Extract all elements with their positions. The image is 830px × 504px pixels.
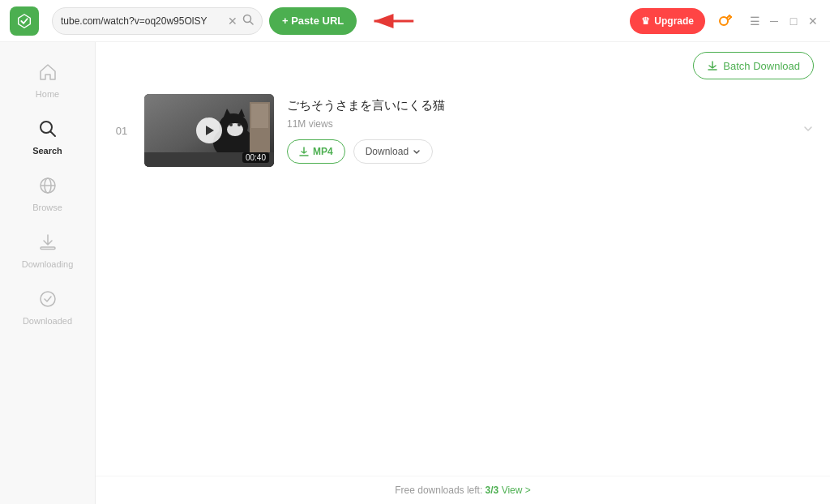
- arrow-indicator: [368, 10, 417, 32]
- svg-line-7: [729, 17, 731, 19]
- footer-text: Free downloads left:: [395, 485, 485, 496]
- upgrade-label: Upgrade: [654, 15, 694, 27]
- downloading-icon: [37, 232, 58, 256]
- sidebar-item-downloaded[interactable]: Downloaded: [0, 277, 95, 334]
- home-icon: [37, 62, 58, 86]
- sidebar-item-browse[interactable]: Browse: [0, 164, 95, 220]
- upgrade-crown-icon: ♛: [641, 15, 650, 27]
- mp4-button[interactable]: MP4: [287, 139, 345, 164]
- footer: Free downloads left: 3/3 View >: [96, 476, 830, 504]
- downloaded-label: Downloaded: [23, 316, 72, 326]
- url-text: tube.com/watch?v=oq20w95OlSY: [61, 15, 223, 27]
- svg-rect-25: [251, 104, 268, 128]
- download-label: Download: [366, 146, 409, 157]
- sidebar-item-search[interactable]: Search: [0, 107, 95, 164]
- title-bar: tube.com/watch?v=oq20w95OlSY ✕ + Paste U…: [0, 0, 830, 42]
- paste-url-label: + Paste URL: [282, 15, 344, 27]
- video-list: 01: [96, 86, 830, 476]
- sidebar-item-home[interactable]: Home: [0, 50, 95, 107]
- table-row: 01: [112, 86, 814, 175]
- candy-icon[interactable]: [713, 11, 734, 32]
- upgrade-button[interactable]: ♛ Upgrade: [630, 8, 705, 34]
- batch-download-label: Batch Download: [723, 60, 800, 72]
- sidebar: Home Search Browse: [0, 42, 96, 504]
- download-button[interactable]: Download: [353, 139, 433, 164]
- menu-button[interactable]: ☰: [747, 14, 762, 28]
- sidebar-item-downloading[interactable]: Downloading: [0, 220, 95, 277]
- paste-url-button[interactable]: + Paste URL: [269, 7, 357, 35]
- url-search-icon[interactable]: [242, 14, 254, 28]
- video-views: 11M views: [287, 118, 814, 130]
- video-number: 01: [112, 125, 131, 137]
- video-thumbnail[interactable]: 00:40: [144, 94, 274, 167]
- svg-point-22: [229, 123, 233, 126]
- video-actions: MP4 Download: [287, 139, 814, 164]
- app-logo: [10, 6, 39, 36]
- batch-download-button[interactable]: Batch Download: [693, 52, 814, 79]
- svg-point-21: [227, 123, 243, 136]
- downloaded-icon: [37, 288, 58, 313]
- play-button[interactable]: [196, 117, 222, 143]
- svg-line-1: [250, 22, 254, 25]
- url-bar[interactable]: tube.com/watch?v=oq20w95OlSY ✕: [52, 7, 263, 35]
- minimize-button[interactable]: ─: [767, 14, 781, 28]
- logo-icon: [10, 6, 39, 36]
- browse-icon: [37, 175, 58, 199]
- content-area: Batch Download 01: [96, 42, 830, 504]
- video-duration: 00:40: [242, 152, 269, 163]
- downloading-label: Downloading: [22, 259, 74, 269]
- url-clear-icon[interactable]: ✕: [228, 15, 237, 28]
- svg-point-23: [237, 123, 241, 126]
- content-toolbar: Batch Download: [96, 42, 830, 86]
- video-title: ごちそうさまを言いにくる猫: [287, 98, 814, 113]
- video-info: ごちそうさまを言いにくる猫 11M views MP4 Download: [287, 98, 814, 164]
- search-label: Search: [32, 146, 62, 156]
- maximize-button[interactable]: □: [786, 14, 801, 28]
- main-area: Home Search Browse: [0, 42, 830, 504]
- svg-rect-13: [41, 247, 55, 250]
- title-bar-right: ♛ Upgrade ☰ ─ □ ✕: [630, 8, 820, 34]
- close-button[interactable]: ✕: [806, 14, 820, 28]
- footer-view-link[interactable]: View >: [502, 485, 531, 496]
- search-icon: [37, 118, 58, 143]
- footer-count: 3/3: [486, 485, 499, 496]
- window-controls: ☰ ─ □ ✕: [747, 14, 820, 28]
- browse-label: Browse: [32, 203, 62, 212]
- svg-line-9: [50, 132, 55, 137]
- collapse-icon[interactable]: [802, 123, 814, 138]
- home-label: Home: [36, 89, 59, 99]
- mp4-label: MP4: [313, 146, 333, 157]
- svg-point-14: [41, 292, 55, 306]
